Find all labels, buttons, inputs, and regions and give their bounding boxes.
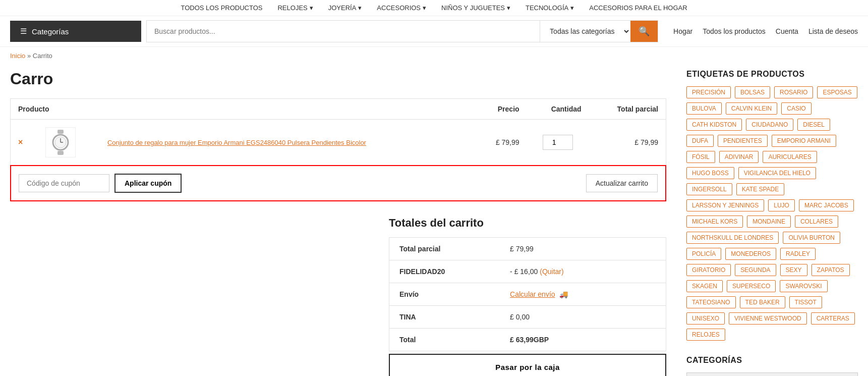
cuenta-link[interactable]: Cuenta xyxy=(776,27,798,35)
categories-menu-button[interactable]: ☰ Categorías xyxy=(10,21,141,42)
product-link[interactable]: Conjunto de regalo para mujer Emporio Ar… xyxy=(107,139,366,146)
product-tag[interactable]: DIESEL xyxy=(797,119,830,131)
product-tag[interactable]: HUGO BOSS xyxy=(686,167,734,179)
product-tag[interactable]: BULOVA xyxy=(686,102,722,115)
product-tag[interactable]: CIUDADANO xyxy=(746,119,793,131)
search-icon: 🔍 xyxy=(639,26,650,36)
product-tag[interactable]: ESPOSAS xyxy=(817,86,857,98)
product-tag[interactable]: TISSOT xyxy=(789,296,822,308)
product-tag[interactable]: DUFA xyxy=(686,135,714,147)
nav-joyeria[interactable]: JOYERÍA ▾ xyxy=(328,4,362,12)
nav-todos-productos[interactable]: TODOS LOS PRODUCTOS xyxy=(181,4,262,12)
product-tag[interactable]: PENDIENTES xyxy=(718,135,768,147)
totals-row-subtotal: Total parcial £ 79,99 xyxy=(389,238,666,260)
totals-value: £ 0,00 xyxy=(500,306,666,329)
totals-value: Calcular envío 🚚 xyxy=(500,283,666,306)
product-tag[interactable]: ZAPATOS xyxy=(812,264,850,276)
coupon-row: Aplicar cupón Actualizar carrito xyxy=(10,165,666,201)
product-name-cell: Conjunto de regalo para mujer Emporio Ar… xyxy=(100,120,474,166)
categories-dropdown[interactable]: SELECCIONE UNA CATEGORÍA xyxy=(686,372,858,376)
product-tag[interactable]: FÓSIL xyxy=(686,151,715,163)
product-tag[interactable]: GIRATORIO xyxy=(686,264,731,276)
product-tag[interactable]: UNISEXO xyxy=(686,312,725,325)
product-tag[interactable]: CASIO xyxy=(781,102,811,115)
nav-tecnologia[interactable]: TECNOLOGÍA ▾ xyxy=(526,4,574,12)
remove-item-button[interactable]: × xyxy=(18,138,23,146)
totals-label: FIDELIDAD20 xyxy=(389,260,500,283)
nav-accesorios-hogar[interactable]: ACCESORIOS PARA EL HOGAR xyxy=(589,4,687,12)
col-producto: Producto xyxy=(11,99,474,120)
product-tag[interactable]: COLLARES xyxy=(795,216,838,228)
product-tag[interactable]: AURICULARES xyxy=(763,151,817,163)
product-tag[interactable]: OLIVIA BURTON xyxy=(783,232,840,244)
quantity-input[interactable] xyxy=(543,135,573,150)
product-tag[interactable]: EMPORIO ARMANI xyxy=(772,135,836,147)
coupon-section: Aplicar cupón xyxy=(19,174,182,193)
main-layout: Carro Producto Precio Cantidad Total par… xyxy=(0,65,868,376)
tags-container: PRECISIÓNBOLSASROSARIOESPOSASBULOVACALVI… xyxy=(686,86,858,341)
product-tag[interactable]: MONDAINE xyxy=(747,216,791,228)
product-tag[interactable]: VIVIENNE WESTWOOD xyxy=(729,312,807,325)
product-tag[interactable]: SKAGEN xyxy=(686,280,723,292)
coupon-input[interactable] xyxy=(19,174,109,192)
calcular-envio-link[interactable]: Calcular envío xyxy=(510,290,555,298)
product-tag[interactable]: POLICÍA xyxy=(686,248,721,260)
product-tag[interactable]: CALVIN KLEIN xyxy=(726,102,777,115)
search-button[interactable]: 🔍 xyxy=(630,21,658,42)
product-tag[interactable]: CATH KIDSTON xyxy=(686,119,742,131)
product-tag[interactable]: BOLSAS xyxy=(735,86,770,98)
product-tag[interactable]: ROSARIO xyxy=(774,86,813,98)
col-precio: Precio xyxy=(474,99,527,120)
col-total-parcial: Total parcial xyxy=(589,99,666,120)
product-tag[interactable]: ADIVINAR xyxy=(719,151,759,163)
product-tag[interactable]: MONEDEROS xyxy=(725,248,776,260)
product-tag[interactable]: RELOJES xyxy=(686,329,725,341)
product-tag[interactable]: MARC JACOBS xyxy=(799,199,854,211)
top-navigation: TODOS LOS PRODUCTOS RELOJES ▾ JOYERÍA ▾ … xyxy=(0,0,868,16)
product-tag[interactable]: CARTERAS xyxy=(811,312,855,325)
chevron-down-icon: ▾ xyxy=(570,4,574,12)
product-tag[interactable]: LUJO xyxy=(768,199,795,211)
product-tag[interactable]: SWAROVSKI xyxy=(780,280,827,292)
todos-productos-link[interactable]: Todos los productos xyxy=(703,27,766,35)
chevron-down-icon: ▾ xyxy=(310,4,313,12)
checkout-button[interactable]: Pasar por la caja xyxy=(389,354,666,376)
product-tag[interactable]: NORTHSKULL DE LONDRES xyxy=(686,232,779,244)
nav-accesorios[interactable]: ACCESORIOS ▾ xyxy=(377,4,426,12)
product-tag[interactable]: TED BAKER xyxy=(740,296,785,308)
nav-relojes[interactable]: RELOJES ▾ xyxy=(277,4,313,12)
product-tag[interactable]: SEGUNDA xyxy=(735,264,776,276)
product-thumbnail xyxy=(45,127,76,157)
page-title: Carro xyxy=(10,70,666,88)
lista-deseos-link[interactable]: Lista de deseos xyxy=(808,27,858,35)
product-tag[interactable]: LARSSON Y JENNINGS xyxy=(686,199,764,211)
breadcrumb-home[interactable]: Inicio xyxy=(10,52,25,60)
product-tag[interactable]: TATEOSIANO xyxy=(686,296,736,308)
product-tag[interactable]: INGERSOLL xyxy=(686,183,732,195)
product-tag[interactable]: VIGILANCIA DEL HIELO xyxy=(738,167,816,179)
product-tag[interactable]: PRECISIÓN xyxy=(686,86,731,98)
product-tag[interactable]: SEXY xyxy=(780,264,807,276)
totals-row-fidelidad: FIDELIDAD20 - £ 16,00 (Quitar) xyxy=(389,260,666,283)
apply-coupon-button[interactable]: Aplicar cupón xyxy=(114,174,182,193)
remove-cell: × xyxy=(11,120,38,166)
nav-ninos-juguetes[interactable]: NIÑOS Y JUGUETES ▾ xyxy=(441,4,510,12)
product-tag[interactable]: SUPERSECO xyxy=(727,280,776,292)
totals-label: Envío xyxy=(389,283,500,306)
product-tag[interactable]: RADLEY xyxy=(780,248,816,260)
sidebar: ETIQUETAS DE PRODUCTOS PRECISIÓNBOLSASRO… xyxy=(686,70,858,376)
update-cart-button[interactable]: Actualizar carrito xyxy=(586,174,658,192)
product-tag[interactable]: MICHAEL KORS xyxy=(686,216,743,228)
hogar-link[interactable]: Hogar xyxy=(673,27,692,35)
breadcrumb: Inicio » Carrito xyxy=(0,47,868,65)
cart-totals: Totales del carrito Total parcial £ 79,9… xyxy=(389,217,666,376)
category-select[interactable]: Todas las categorías xyxy=(540,21,630,42)
totals-row-envio: Envío Calcular envío 🚚 xyxy=(389,283,666,306)
svg-rect-0 xyxy=(57,130,64,134)
search-input[interactable] xyxy=(147,21,540,42)
truck-icon: 🚚 xyxy=(559,290,568,298)
remove-coupon-link[interactable]: (Quitar) xyxy=(540,267,563,276)
totals-value: £ 63,99GBP xyxy=(500,329,666,351)
totals-row-tina: TINA £ 0,00 xyxy=(389,306,666,329)
product-tag[interactable]: KATE SPADE xyxy=(736,183,785,195)
